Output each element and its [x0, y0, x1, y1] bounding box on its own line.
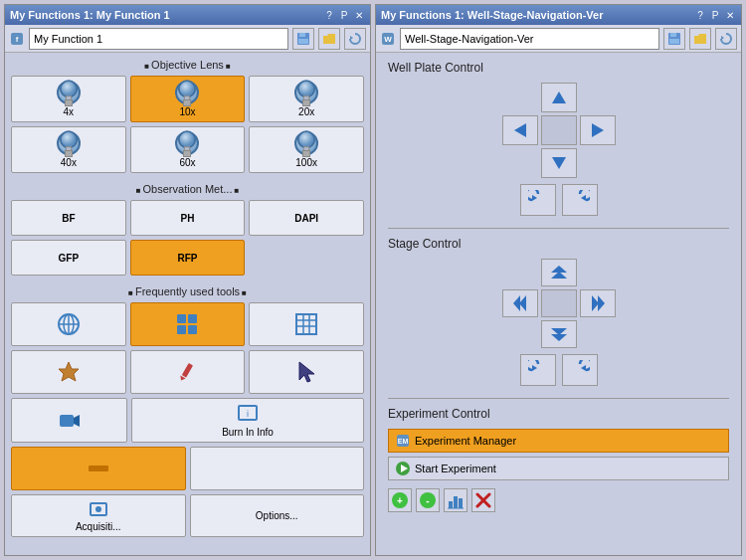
svg-rect-15 [185, 147, 190, 154]
lens-10x-icon [175, 81, 199, 104]
lens-40x-btn[interactable]: 40x [11, 126, 126, 173]
svg-marker-34 [299, 362, 314, 382]
close-button[interactable]: ✕ [353, 9, 365, 21]
stage-up-btn[interactable] [541, 259, 577, 286]
well-undo-btn[interactable] [520, 184, 556, 216]
ph-btn[interactable]: PH [130, 200, 246, 236]
right-close-button[interactable]: ✕ [724, 9, 736, 21]
dapi-label: DAPI [294, 213, 318, 224]
rfp-label: RFP [177, 253, 197, 264]
rfp-btn[interactable]: RFP [130, 240, 246, 276]
right-refresh-icon-btn[interactable] [715, 28, 737, 50]
table-grid-tool-btn[interactable] [249, 302, 364, 346]
experiment-manager-btn[interactable]: EM Experiment Manager [388, 429, 729, 453]
divider-2 [388, 398, 729, 399]
exp-bar-chart-btn[interactable] [444, 488, 467, 512]
globe-tool-btn[interactable] [11, 302, 126, 346]
lens-40x-label: 40x [61, 157, 77, 168]
lens-60x-btn[interactable]: 60x [130, 126, 246, 173]
well-right-btn[interactable] [580, 115, 616, 145]
svg-point-10 [298, 81, 314, 96]
right-function-dropdown[interactable]: Well-Stage-Navigation-Ver [400, 28, 659, 50]
right-save-icon-btn[interactable] [663, 28, 685, 50]
stage-right-btn[interactable] [580, 289, 616, 317]
dapi-btn[interactable]: DAPI [249, 200, 364, 236]
refresh-icon-btn[interactable] [344, 28, 366, 50]
left-panel-content: Objective Lens 4x [5, 53, 370, 555]
well-left-btn[interactable] [502, 115, 538, 145]
grid-active-tool-btn[interactable] [130, 302, 246, 346]
bf-btn[interactable]: BF [11, 200, 126, 236]
stage-down-btn[interactable] [541, 320, 577, 348]
svg-point-12 [61, 131, 77, 147]
yellow-bar-tool-btn[interactable] [11, 447, 186, 490]
svg-rect-75 [459, 498, 463, 508]
observation-method-grid: BF PH DAPI GFP RFP [11, 200, 364, 276]
svg-marker-48 [721, 36, 724, 40]
pin-button[interactable]: P [338, 9, 350, 21]
svg-marker-57 [513, 295, 520, 311]
stage-redo-btn[interactable] [562, 354, 598, 386]
exp-red-x-btn[interactable] [471, 488, 495, 512]
right-refresh-icon [719, 32, 733, 46]
svg-text:EM: EM [398, 438, 409, 445]
help-button[interactable]: ? [323, 9, 335, 21]
svg-rect-24 [177, 325, 186, 334]
lens-4x-btn[interactable]: 4x [11, 76, 126, 122]
start-experiment-btn[interactable]: Start Experiment [388, 457, 729, 480]
svg-point-16 [298, 131, 314, 147]
right-panel-title: My Functions 1: Well-Stage-Navigation-Ve… [381, 9, 604, 21]
svg-rect-7 [66, 96, 71, 103]
video-tool-btn[interactable] [11, 398, 127, 443]
svg-marker-53 [532, 195, 537, 201]
cursor-tool-btn[interactable] [249, 350, 364, 394]
frequently-used-tools-section: Frequently used tools [11, 285, 364, 537]
stage-undo-btn[interactable] [520, 354, 556, 386]
empty-tool-btn[interactable] [190, 447, 365, 490]
options-btn[interactable]: Options... [190, 494, 365, 537]
tools-grid-row4 [11, 447, 364, 490]
lens-20x-btn[interactable]: 20x [249, 76, 364, 122]
svg-text:W: W [384, 35, 392, 44]
lens-4x-label: 4x [64, 106, 75, 117]
lens-10x-btn[interactable]: 10x [130, 76, 246, 122]
lens-100x-label: 100x [295, 157, 317, 168]
lens-100x-btn[interactable]: 100x [249, 126, 364, 173]
exp-green-circle-1-btn[interactable]: + [388, 488, 412, 512]
folder-icon-btn[interactable] [318, 28, 340, 50]
burnin-tool-btn[interactable]: i Burn In Info [131, 398, 364, 443]
objective-lens-grid: 4x 10x [11, 76, 364, 173]
svg-rect-11 [303, 96, 308, 103]
well-undo-redo-row [388, 184, 729, 216]
globe-icon [57, 312, 81, 336]
acquisition-label: Acquisiti... [76, 521, 121, 532]
acquisition-btn[interactable]: Acquisiti... [11, 494, 186, 537]
right-help-button[interactable]: ? [694, 9, 706, 21]
well-up-btn[interactable] [541, 83, 577, 112]
stage-left-btn[interactable] [502, 289, 538, 317]
svg-text:-: - [426, 495, 429, 506]
svg-point-8 [179, 81, 195, 96]
right-folder-icon-btn[interactable] [689, 28, 711, 50]
right-pin-button[interactable]: P [709, 9, 721, 21]
svg-rect-47 [669, 39, 679, 44]
table-icon [294, 312, 318, 336]
svg-rect-9 [185, 96, 190, 103]
left-panel: My Functions 1: My Function 1 ? P ✕ f My… [4, 4, 371, 556]
svg-point-6 [61, 81, 77, 96]
right-toolbar: W Well-Stage-Navigation-Ver [376, 25, 741, 53]
observation-method-section: Observation Met... BF PH DAPI GFP RFP [11, 183, 364, 276]
exp-green-circle-2-btn[interactable]: - [416, 488, 440, 512]
stage-undo-redo-row [388, 354, 729, 386]
left-panel-title: My Functions 1: My Function 1 [10, 9, 170, 21]
function-dropdown[interactable]: My Function 1 [29, 28, 288, 50]
pencil-tool-btn[interactable] [130, 350, 246, 394]
well-down-btn[interactable] [541, 148, 577, 178]
star-tool-btn[interactable] [11, 350, 126, 394]
save-icon-btn[interactable] [292, 28, 314, 50]
svg-marker-59 [598, 295, 605, 311]
svg-rect-46 [670, 33, 676, 37]
well-redo-btn[interactable] [562, 184, 598, 216]
svg-rect-25 [188, 325, 197, 334]
gfp-btn[interactable]: GFP [11, 240, 126, 276]
